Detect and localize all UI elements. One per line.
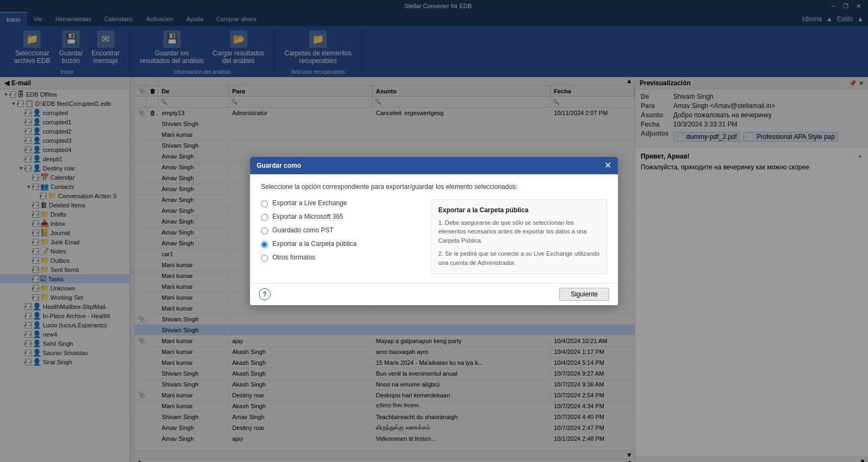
option-otros-radio[interactable] xyxy=(261,255,268,262)
siguiente-button[interactable]: Siguiente xyxy=(559,288,609,301)
modal-options-left: Exportar a Live Exchange Exportar a Micr… xyxy=(261,199,423,275)
option-m365-radio[interactable] xyxy=(261,214,268,221)
option-carpeta-radio[interactable] xyxy=(261,241,268,248)
option-pst[interactable]: Guardado como PST xyxy=(261,226,423,235)
option-pst-radio[interactable] xyxy=(261,227,268,235)
option-pst-label: Guardado como PST xyxy=(272,226,334,234)
modal-footer: ? Siguiente xyxy=(250,283,618,305)
option-exchange[interactable]: Exportar a Live Exchange xyxy=(261,199,423,207)
option-otros[interactable]: Otros formatos xyxy=(261,254,423,262)
modal-close-button[interactable]: ✕ xyxy=(604,161,611,170)
modal-options: Exportar a Live Exchange Exportar a Micr… xyxy=(261,199,607,275)
right-panel-text2: 2. Se le pedirá que se conecte a su Live… xyxy=(438,249,600,267)
option-m365[interactable]: Exportar a Microsoft 365 xyxy=(261,213,423,221)
option-carpeta[interactable]: Exportar a la Carpeta pública xyxy=(261,240,423,248)
modal-overlay: Guardar como ✕ Seleccione la opción corr… xyxy=(0,0,868,462)
right-panel-title: Exportar a la Carpeta pública xyxy=(438,206,600,214)
option-exchange-label: Exportar a Live Exchange xyxy=(272,199,347,207)
option-m365-label: Exportar a Microsoft 365 xyxy=(272,213,343,220)
right-panel-text1: 1. Debe asegurarse de que sólo se selecc… xyxy=(438,218,600,245)
option-carpeta-label: Exportar a la Carpeta pública xyxy=(272,240,356,248)
modal-description: Seleccione la opción correspondiente par… xyxy=(261,183,607,191)
guardar-como-modal: Guardar como ✕ Seleccione la opción corr… xyxy=(250,156,618,306)
option-otros-label: Otros formatos xyxy=(272,254,315,261)
modal-body: Seleccione la opción correspondiente par… xyxy=(250,174,618,283)
option-exchange-radio[interactable] xyxy=(261,200,268,207)
modal-options-right: Exportar a la Carpeta pública 1. Debe as… xyxy=(431,199,607,275)
modal-header: Guardar como ✕ xyxy=(250,157,618,174)
modal-help-button[interactable]: ? xyxy=(259,288,271,300)
modal-title: Guardar como xyxy=(257,162,301,169)
